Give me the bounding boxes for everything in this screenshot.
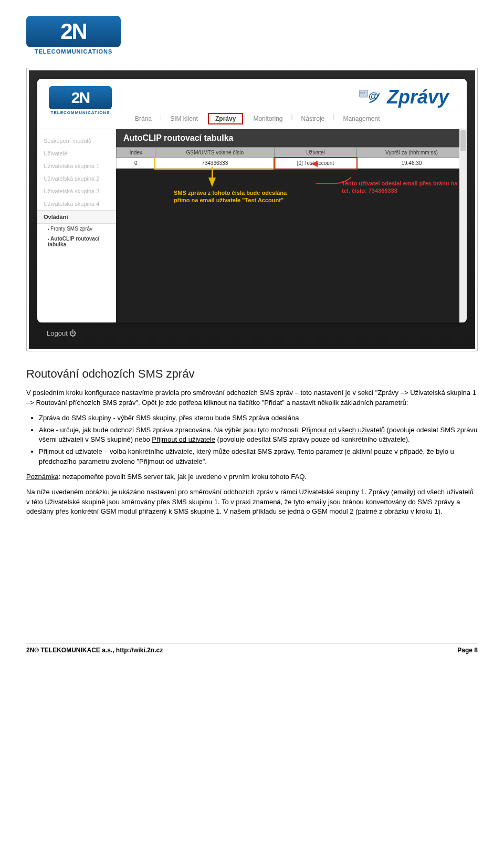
cell-expiry: 19:46:30 — [356, 158, 466, 169]
article-body: Routování odchozích SMS zpráv V poslední… — [26, 367, 478, 517]
logout-link[interactable]: Logout ⏻ — [47, 329, 76, 337]
table-row[interactable]: 0 734366333 [0] Test Account 19:46:30 — [117, 158, 467, 169]
sidebar-sub-autoclip[interactable]: AutoCLIP routovací tabulka — [37, 234, 116, 249]
cell-number: 734366333 — [155, 158, 275, 169]
arrow-yellow-head — [208, 178, 216, 187]
arrow-red-head — [311, 161, 318, 167]
article-p1: V posledním kroku konfigurace nastavíme … — [26, 388, 478, 408]
logo-mark: 2N — [26, 16, 121, 47]
annotation-yellow: SMS zpráva z tohoto čísla bude odeslána … — [174, 189, 289, 204]
th-expiry: Vyprší za (hhh:mm:ss) — [356, 148, 466, 158]
sidebar-item-skupina3[interactable]: Uživatelská skupina 3 — [37, 185, 116, 197]
sidebar-section-ovladani[interactable]: Ovládání — [37, 210, 116, 224]
page-title: Zprávy — [387, 86, 449, 108]
screenshot-figure: 2N TELECOMMUNICATIONS SMS @ Zprá — [26, 68, 478, 351]
article-p3: Na níže uvedeném obrázku je ukázáno nast… — [26, 487, 478, 517]
sidebar-item-skupina4[interactable]: Uživatelská skupina 4 — [37, 197, 116, 210]
sidebar-item-seskupeni[interactable]: Seskupení modulů — [37, 134, 116, 147]
footer-left: 2N® TELEKOMUNIKACE a.s., http://wiki.2n.… — [26, 647, 163, 654]
nav-management[interactable]: Management — [334, 113, 388, 124]
bullet-2: Akce - určuje, jak bude odchozí SMS zprá… — [39, 425, 478, 445]
app-logo-mark: 2N — [49, 86, 112, 109]
svg-text:SMS: SMS — [360, 91, 365, 94]
power-icon: ⏻ — [69, 329, 76, 337]
th-index: Index — [117, 148, 155, 158]
sidebar-item-uzivatele[interactable]: Uživatelé — [37, 147, 116, 160]
messages-icon: SMS @ — [359, 88, 382, 107]
main-nav: Brána| SIM klient| Zprávy| Monitoring| N… — [127, 113, 388, 124]
bullet-1: Zpráva do SMS skupiny - výběr SMS skupin… — [39, 413, 478, 423]
app-logo-caption: TELECOMMUNICATIONS — [49, 110, 112, 115]
content-title: AutoCLIP routovací tabulka — [116, 129, 467, 147]
nav-sim-klient[interactable]: SIM klient — [162, 113, 206, 124]
scrollbar[interactable] — [459, 129, 467, 322]
annotation-red: Tento uživatel odeslal email přes bránu … — [342, 180, 463, 195]
sidebar-item-skupina1[interactable]: Uživatelská skupina 1 — [37, 160, 116, 172]
autoclip-table: Index GSM/UMTS volané číslo Uživatel Vyp… — [116, 147, 467, 169]
nav-monitoring[interactable]: Monitoring — [245, 113, 291, 124]
footer-right: Page 8 — [457, 647, 478, 654]
company-logo: 2N TELECOMMUNICATIONS — [26, 16, 121, 60]
cell-index: 0 — [117, 158, 155, 169]
sidebar: Seskupení modulů Uživatelé Uživatelská s… — [37, 129, 116, 322]
svg-text:@: @ — [369, 90, 379, 101]
th-number: GSM/UMTS volané číslo — [155, 148, 275, 158]
sidebar-sub-fronty[interactable]: Fronty SMS zpráv — [37, 224, 116, 234]
nav-nastroje[interactable]: Nástroje — [293, 113, 333, 124]
nav-brana[interactable]: Brána — [127, 113, 160, 124]
app-logo: 2N TELECOMMUNICATIONS — [49, 86, 112, 115]
logo-caption: TELECOMMUNICATIONS — [26, 48, 121, 55]
article-heading: Routování odchozích SMS zpráv — [26, 367, 478, 381]
sidebar-item-skupina2[interactable]: Uživatelská skupina 2 — [37, 172, 116, 185]
page-footer: 2N® TELEKOMUNIKACE a.s., http://wiki.2n.… — [26, 643, 478, 654]
th-user: Uživatel — [275, 148, 357, 158]
article-p2: Poznámka: nezapomeňte povolit SMS server… — [26, 472, 478, 482]
bullet-3: Přijmout od uživatele – volba konkrétníh… — [39, 447, 478, 467]
nav-zpravy[interactable]: Zprávy — [208, 113, 243, 124]
